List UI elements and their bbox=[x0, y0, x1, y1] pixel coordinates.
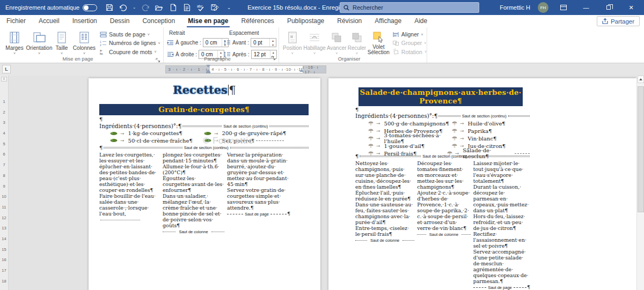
orientation-icon bbox=[32, 31, 46, 44]
ruler-text-area: · 1 · ı · 2 · ı · 3 · ı · 4 · ı · 5 · ı … bbox=[210, 66, 303, 73]
tab-conception[interactable]: Conception bbox=[136, 15, 181, 27]
position-icon bbox=[287, 31, 298, 44]
quick-access-toolbar: ⌄ abc ⌄ bbox=[105, 3, 233, 12]
mise-en-page-dialog-launcher[interactable] bbox=[156, 56, 161, 61]
espacement-avant-field[interactable]: 0 pt ▲▼ bbox=[251, 38, 276, 47]
ingredient-text: 1·​kg·​de·​courgettes¶ bbox=[128, 130, 182, 136]
new-document-icon[interactable] bbox=[169, 3, 178, 12]
share-button[interactable]: Partager bbox=[597, 16, 640, 26]
ingredient-row: →3·​tomates·​séchées·​à·​l'huile¶→Vin·​b… bbox=[355, 135, 530, 142]
aligner-button[interactable]: Aligner˅ bbox=[392, 31, 427, 38]
paragraph: Épluchez·​l'ail,·​puis·​réduisez-le·​en·… bbox=[355, 190, 411, 202]
espacement-avant-spinner[interactable]: ▲▼ bbox=[269, 39, 276, 47]
retrait-gauche-row: À gauche : 0 cm ▲▼ bbox=[167, 38, 229, 47]
paragraphe-dialog-launcher[interactable] bbox=[271, 56, 276, 61]
search-box[interactable] bbox=[340, 2, 479, 13]
minimize-button[interactable]: — bbox=[579, 0, 594, 15]
colonnes-button[interactable]: Colonnes ˅ bbox=[72, 29, 97, 55]
tab-accueil[interactable]: Accueil bbox=[32, 15, 66, 27]
search-input[interactable] bbox=[353, 4, 460, 11]
paragraph: Ajoutez·​2·​c.·​à·​soupe·​d'herbes·​de·​… bbox=[417, 190, 470, 231]
svg-text:bc: bc bbox=[100, 52, 103, 55]
tab-mark: → bbox=[118, 138, 128, 143]
tab-insertion[interactable]: Insertion bbox=[66, 15, 104, 27]
tab-affichage[interactable]: Affichage bbox=[368, 15, 408, 27]
save-all-icon[interactable] bbox=[210, 3, 219, 12]
paragraph: Servez·​accompagné·​d'une·​petite·​salad… bbox=[473, 249, 529, 284]
espacement-avant-row: Avant : 0 pt ▲▼ bbox=[224, 38, 276, 47]
document-page-2[interactable]: Salade·​de·​champignons·​aux·​herbes·​de… bbox=[328, 78, 636, 290]
sauts-de-page-button[interactable]: Sauts de page˅ bbox=[100, 31, 160, 38]
title-text: Recettes bbox=[173, 83, 228, 96]
paragraph: Laissez·​mijoter·​le·​tout·​jusqu'à·​ce·… bbox=[473, 160, 524, 184]
column-break-marker: Saut de colonne bbox=[163, 229, 224, 235]
marges-button[interactable]: Marges ˅ bbox=[2, 29, 27, 55]
close-button[interactable]: ✕ bbox=[624, 0, 639, 15]
retrait-header: Retrait bbox=[169, 30, 185, 36]
mushroom-bullet-icon bbox=[452, 128, 457, 133]
volet-selection-button[interactable]: Volet Sélection bbox=[367, 29, 390, 55]
save-icon[interactable] bbox=[105, 3, 114, 12]
marges-chevron-icon: ˅ bbox=[13, 51, 16, 55]
spellcheck-icon[interactable]: abc bbox=[196, 3, 206, 12]
paragraph: Dans·​une·​sauteuse·​au·​feu,·​faites·​s… bbox=[355, 202, 413, 225]
ribbon-display-options-icon[interactable] bbox=[556, 0, 571, 15]
reculer-icon bbox=[351, 31, 363, 44]
svg-text:abc: abc bbox=[197, 4, 203, 8]
tab-mark: → bbox=[374, 121, 384, 126]
open-icon[interactable] bbox=[155, 3, 164, 12]
qat-more-icon[interactable]: ⌄ bbox=[224, 3, 233, 12]
first-line-indent-marker[interactable] bbox=[206, 65, 210, 68]
tab-dessin[interactable]: Dessin bbox=[104, 15, 136, 27]
scroll-up-icon[interactable] bbox=[638, 76, 644, 83]
taille-button[interactable]: Taille ˅ bbox=[52, 29, 72, 55]
mise-en-page-small-buttons: Sauts de page˅ 12 Numéros de lignes˅ a-b… bbox=[100, 29, 160, 55]
ingredients-heading-line: Ingrédients·​(4·​personnes)°:¶ Saut de s… bbox=[355, 113, 530, 119]
autosave-control[interactable]: Enregistrement automatique bbox=[5, 4, 97, 11]
tab-revision[interactable]: Révision bbox=[331, 15, 368, 27]
grouper-button: Grouper˅ bbox=[392, 40, 427, 46]
tab-mark: → bbox=[211, 131, 222, 136]
undo-chevron-icon[interactable]: ⌄ bbox=[133, 3, 136, 12]
paragraph: Servez·​votre·​gratin·​de·​courgettes·​s… bbox=[227, 187, 286, 211]
left-indent-marker[interactable] bbox=[206, 72, 210, 73]
coupure-de-mots-button[interactable]: a-bc Coupure de mots˅ bbox=[100, 49, 160, 55]
grouper-icon bbox=[392, 40, 399, 46]
ingredient-text: 500·​g·​de·​champignons¶ bbox=[384, 121, 449, 127]
right-indent-marker[interactable] bbox=[299, 69, 304, 72]
ingredient-text: 1·​gousse·​d'ail¶ bbox=[384, 143, 425, 149]
undo-icon[interactable] bbox=[119, 3, 128, 12]
tab-mise-en-page[interactable]: Mise en page bbox=[181, 15, 235, 27]
aligner-icon bbox=[392, 32, 399, 38]
tab-mark: → bbox=[118, 131, 128, 136]
scrollbar-thumb[interactable] bbox=[638, 86, 644, 212]
mushroom-bullet-icon bbox=[452, 136, 457, 141]
group-label-organiser: Organiser bbox=[279, 56, 419, 62]
ingredient-text: Vin·​blanc¶ bbox=[468, 136, 497, 142]
paragraph: Faire·​bouillir·​de·​l'eau·​salée·​dans·… bbox=[99, 193, 156, 217]
tab-fichier[interactable]: Fichier bbox=[0, 15, 32, 27]
document-page-1[interactable]: Recettes¶ Gratin·​de·​courgettes¶ ¶ Ingr… bbox=[89, 78, 320, 290]
paragraph: Allumez·​le·​four·​à·​th.6·​(200°C)¶ bbox=[163, 163, 219, 175]
avatar[interactable]: FH bbox=[538, 2, 548, 13]
reculer-button: Reculer ˅ bbox=[347, 29, 367, 55]
taille-icon bbox=[56, 31, 67, 44]
tab-selector[interactable]: L bbox=[2, 65, 11, 73]
column-break-dots bbox=[100, 220, 140, 220]
orientation-button[interactable]: Orientation ˅ bbox=[27, 29, 52, 55]
user-name[interactable]: Formettic H bbox=[500, 4, 530, 11]
espacement-avant-icon bbox=[224, 40, 231, 46]
retrait-gauche-icon bbox=[167, 40, 174, 46]
vertical-scrollbar[interactable] bbox=[636, 76, 644, 290]
tab-aide[interactable]: Aide bbox=[408, 15, 434, 27]
numeros-de-lignes-button[interactable]: 12 Numéros de lignes˅ bbox=[100, 40, 160, 46]
tab-publipostage[interactable]: Publipostage bbox=[281, 15, 331, 27]
avancer-button: Avancer ˅ bbox=[326, 29, 347, 55]
autosave-toggle[interactable] bbox=[83, 4, 97, 11]
restore-button[interactable] bbox=[601, 0, 616, 15]
share-icon bbox=[602, 18, 608, 24]
vertical-ruler[interactable]: ≡ 123456789101112131415161718 bbox=[0, 76, 9, 290]
marges-icon bbox=[8, 31, 21, 44]
print-preview-icon[interactable] bbox=[182, 3, 192, 12]
tab-references[interactable]: Références bbox=[235, 15, 281, 27]
